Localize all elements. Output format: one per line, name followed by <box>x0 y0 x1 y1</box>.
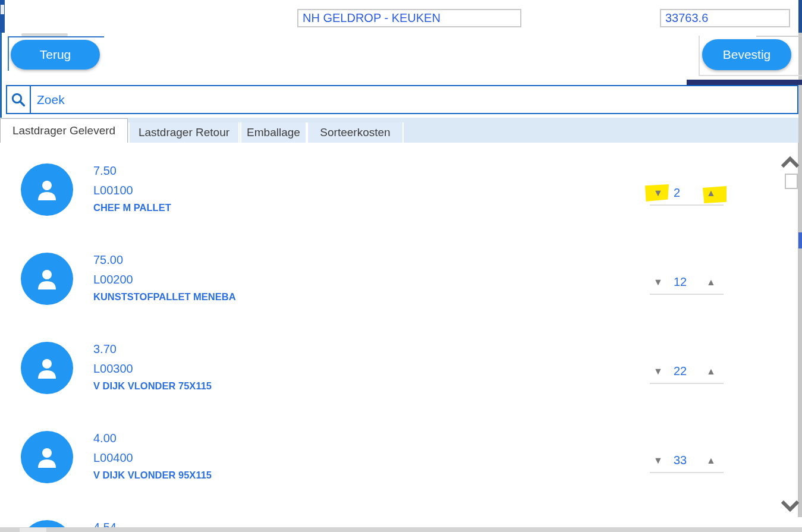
search-bar <box>6 85 798 114</box>
stepper-increase-icon[interactable]: ▲ <box>706 367 716 376</box>
list-item[interactable]: 4.54 ▼ ▲ <box>0 508 798 527</box>
list-scrollbar-thumb[interactable] <box>785 174 798 189</box>
tab-lastdrager-retour[interactable]: Lastdrager Retour <box>128 122 240 143</box>
quantity-value: 2 <box>674 186 680 200</box>
customer-input[interactable] <box>297 9 521 27</box>
avatar <box>21 520 73 527</box>
item-description: CHEF M PALLET <box>93 202 171 213</box>
terug-container-border-left <box>8 36 9 71</box>
stepper-increase-icon[interactable]: ▲ <box>706 188 716 198</box>
stepper-decrease-icon[interactable]: ▼ <box>653 367 663 376</box>
item-code: L00400 <box>93 451 133 465</box>
list-item[interactable]: 75.00 L00200 KUNSTSTOFPALLET MENEBA ▼ 12… <box>0 241 798 330</box>
chevron-down-icon[interactable] <box>781 498 799 514</box>
quantity-value: 33 <box>674 454 687 467</box>
bevestig-container-border-left <box>699 36 700 75</box>
list-item[interactable]: 7.50 L00100 CHEF M PALLET ▼ 2 ▲ <box>0 152 798 241</box>
avatar <box>21 431 73 483</box>
quantity-value: 22 <box>674 364 687 378</box>
stepper-increase-icon[interactable]: ▲ <box>706 278 716 287</box>
stepper-underline <box>650 383 724 384</box>
item-price: 7.50 <box>93 164 117 178</box>
avatar <box>21 342 73 394</box>
app-window: Terug Bevestig Lastdrager Geleverd Lastd… <box>0 0 802 532</box>
terug-container-border-top <box>8 36 104 37</box>
stepper-underline <box>650 472 724 473</box>
navy-artifact-bar <box>687 80 802 85</box>
stepper-underline <box>650 204 724 206</box>
tab-emballage[interactable]: Emballage <box>240 122 307 143</box>
quantity-value: 12 <box>674 275 687 289</box>
bevestig-container-border-bottom <box>699 75 802 76</box>
stepper-decrease-icon[interactable]: ▼ <box>653 456 663 465</box>
bevestig-container-border-top <box>756 36 802 37</box>
item-description: V DIJK VLONDER 75X115 <box>93 380 212 392</box>
page-scrollbar-thumb[interactable] <box>798 232 802 248</box>
page-scrollbar-track[interactable] <box>798 33 802 517</box>
right-edge-strip <box>798 0 802 33</box>
item-price: 3.70 <box>93 342 117 356</box>
item-price: 4.54 <box>93 521 117 527</box>
order-number-input[interactable] <box>660 9 790 27</box>
stepper-increase-icon[interactable]: ▲ <box>706 456 716 465</box>
item-code: L00100 <box>93 184 133 197</box>
stepper-underline <box>650 294 724 295</box>
list-scrollbar-track[interactable] <box>798 143 798 517</box>
stepper-decrease-icon[interactable]: ▼ <box>653 278 663 287</box>
item-description: KUNSTSTOFPALLET MENEBA <box>93 291 236 303</box>
bottom-scrollbar-track[interactable] <box>0 527 802 532</box>
list-item[interactable]: 4.00 L00400 V DIJK VLONDER 95X115 ▼ 33 ▲ <box>0 419 798 508</box>
search-icon <box>11 92 26 108</box>
bottom-scrollbar-thumb[interactable] <box>20 528 46 532</box>
tab-lastdrager-geleverd[interactable]: Lastdrager Geleverd <box>0 118 128 143</box>
search-input[interactable] <box>31 86 797 113</box>
search-icon-button[interactable] <box>7 86 31 113</box>
left-edge-box <box>1 5 4 14</box>
item-price: 75.00 <box>93 253 123 267</box>
back-button[interactable]: Terug <box>11 40 100 70</box>
list-item[interactable]: 3.70 L00300 V DIJK VLONDER 75X115 ▼ 22 ▲ <box>0 330 798 419</box>
tab-sorteerkosten[interactable]: Sorteerkosten <box>307 122 404 143</box>
item-price: 4.00 <box>93 432 117 445</box>
person-icon <box>34 177 60 203</box>
person-icon <box>34 444 60 470</box>
chevron-up-icon[interactable] <box>781 155 799 170</box>
confirm-button[interactable]: Bevestig <box>702 39 791 70</box>
item-description: V DIJK VLONDER 95X115 <box>93 470 212 481</box>
stepper-decrease-icon[interactable]: ▼ <box>653 188 663 198</box>
avatar <box>21 163 73 216</box>
item-list: 7.50 L00100 CHEF M PALLET ▼ 2 ▲ 75.00 L0… <box>0 143 798 527</box>
item-code: L00300 <box>93 362 133 376</box>
person-icon <box>34 355 60 381</box>
item-code: L00200 <box>93 273 133 287</box>
tab-bar: Lastdrager Geleverd Lastdrager Retour Em… <box>0 118 798 143</box>
avatar <box>21 253 73 305</box>
person-icon <box>34 266 60 292</box>
